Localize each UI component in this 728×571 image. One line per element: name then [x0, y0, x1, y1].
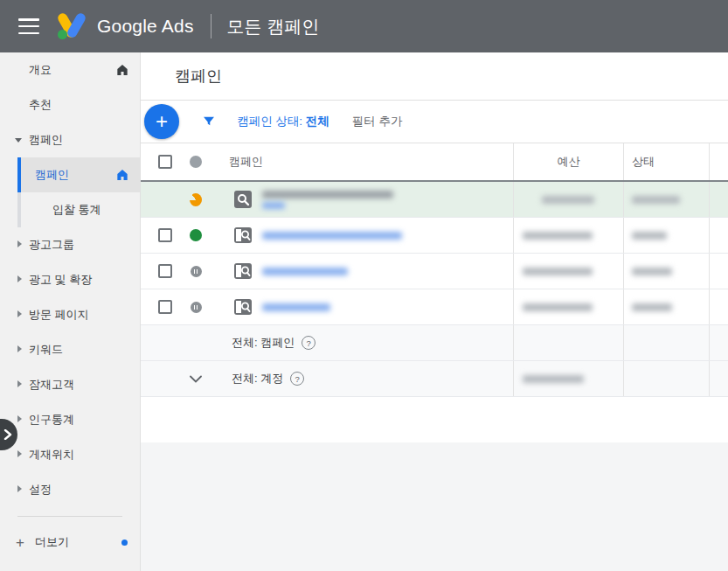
paused-status-icon: [191, 266, 202, 277]
sidebar-item-ads-extensions[interactable]: 광고 및 확장: [0, 262, 140, 297]
redacted-status: [632, 303, 672, 311]
redacted-total-budget: [523, 375, 584, 383]
chevron-right-icon: [17, 345, 22, 352]
chevron-right-icon: [17, 450, 22, 457]
sidebar-item-landing-pages[interactable]: 방문 페이지: [0, 297, 140, 332]
chevron-right-icon: [17, 380, 22, 387]
total-account-row: 전체: 계정 ?: [141, 361, 728, 397]
page-background: [141, 442, 728, 571]
sidebar-item-placements[interactable]: 게재위치: [0, 437, 140, 472]
sidebar-item-keywords[interactable]: 키워드: [0, 332, 140, 367]
sidebar-item-overview[interactable]: 개요: [0, 52, 140, 87]
sidebar-item-auction-insights[interactable]: 입찰 통계: [17, 192, 140, 227]
page-title: 캠페인: [175, 66, 222, 87]
table-row: [141, 289, 728, 325]
home-icon-selected: [115, 168, 129, 185]
sidebar-item-campaigns[interactable]: 캠페인: [17, 157, 140, 192]
expand-totals-icon[interactable]: [190, 375, 202, 383]
learning-status-icon: [190, 193, 202, 206]
sidebar-item-more[interactable]: + 더보기: [0, 525, 140, 560]
top-app-bar: Google Ads 모든 캠페인: [0, 0, 728, 52]
home-icon: [115, 63, 129, 80]
doc-search-campaign-icon: [232, 296, 253, 317]
sub-rail: [17, 192, 21, 227]
sidebar-divider: [17, 516, 122, 517]
column-header-status[interactable]: 상태: [632, 154, 655, 170]
redacted-budget: [523, 303, 593, 311]
plus-icon: +: [16, 534, 24, 552]
chevron-down-icon: [15, 138, 22, 143]
redacted-campaign-name[interactable]: [262, 232, 402, 240]
table-footer-spacer: [141, 397, 728, 442]
table-row: [141, 218, 728, 254]
left-navigation: 개요 추천 캠페인 캠페인 입찰 통계 광고그룹 광고 및 확장 방문 페이지 …: [0, 52, 141, 571]
select-all-checkbox[interactable]: [158, 155, 172, 169]
table-row: [141, 182, 728, 218]
help-icon[interactable]: ?: [290, 372, 304, 386]
topbar-page-title: 모든 캠페인: [227, 15, 320, 38]
redacted-campaign-name[interactable]: [262, 303, 330, 311]
notification-dot: [121, 540, 128, 546]
doc-search-campaign-icon: [232, 261, 253, 282]
topbar-divider: [211, 14, 211, 38]
redacted-status: [632, 268, 672, 275]
redacted-budget: [523, 232, 593, 240]
sidebar-item-ad-groups[interactable]: 광고그룹: [0, 227, 140, 262]
sidebar-item-demographics[interactable]: 인구통계: [0, 402, 140, 437]
row-checkbox[interactable]: [158, 264, 172, 278]
redacted-campaign-name[interactable]: [262, 191, 393, 209]
column-header-budget[interactable]: 예산: [558, 154, 580, 170]
content-header: 캠페인: [141, 52, 728, 101]
filter-value: 전체: [306, 115, 329, 128]
paused-status-icon: [191, 302, 202, 313]
filter-toolbar: + 캠페인 상태: 전체 필터 추가: [141, 101, 728, 143]
redacted-budget: [523, 268, 593, 275]
chevron-right-icon: [17, 415, 22, 422]
row-checkbox[interactable]: [158, 228, 172, 242]
chevron-right-icon: [17, 310, 22, 317]
sidebar-item-campaigns-parent[interactable]: 캠페인: [0, 122, 140, 157]
total-account-label: 전체: 계정: [232, 371, 283, 386]
main-content: 캠페인 + 캠페인 상태: 전체 필터 추가 캠페인 예산 상태: [141, 52, 728, 571]
filter-icon[interactable]: [201, 114, 217, 129]
sidebar-item-settings[interactable]: 설정: [0, 472, 140, 507]
sidebar-item-recommendations[interactable]: 추천: [0, 87, 140, 122]
row-checkbox[interactable]: [158, 300, 172, 314]
redacted-campaign-name[interactable]: [262, 268, 348, 275]
column-header-campaign[interactable]: 캠페인: [229, 154, 263, 170]
table-header-row: 캠페인 예산 상태: [141, 143, 728, 182]
add-filter-button[interactable]: 필터 추가: [352, 114, 403, 129]
status-column-icon: [190, 156, 202, 168]
table-row: [141, 254, 728, 289]
sidebar-item-audiences[interactable]: 잠재고객: [0, 367, 140, 402]
menu-icon[interactable]: [18, 18, 39, 34]
redacted-budget: [542, 196, 594, 204]
search-campaign-icon: [232, 189, 253, 210]
selected-rail: [17, 157, 21, 192]
brand-name: Google Ads: [97, 16, 194, 37]
redacted-status: [632, 196, 680, 204]
total-campaigns-row: 전체: 캠페인 ?: [141, 325, 728, 361]
google-ads-logo-icon: [57, 14, 87, 38]
enabled-status-icon: [190, 229, 202, 241]
chevron-right-icon: [17, 275, 22, 282]
add-campaign-button[interactable]: +: [144, 104, 179, 139]
doc-search-campaign-icon: [232, 225, 253, 246]
campaign-status-filter[interactable]: 캠페인 상태: 전체: [237, 114, 329, 129]
help-icon[interactable]: ?: [302, 336, 315, 350]
total-campaigns-label: 전체: 캠페인: [232, 335, 295, 351]
chevron-right-icon: [17, 485, 22, 492]
chevron-right-icon: [17, 240, 22, 247]
redacted-status: [632, 232, 667, 240]
